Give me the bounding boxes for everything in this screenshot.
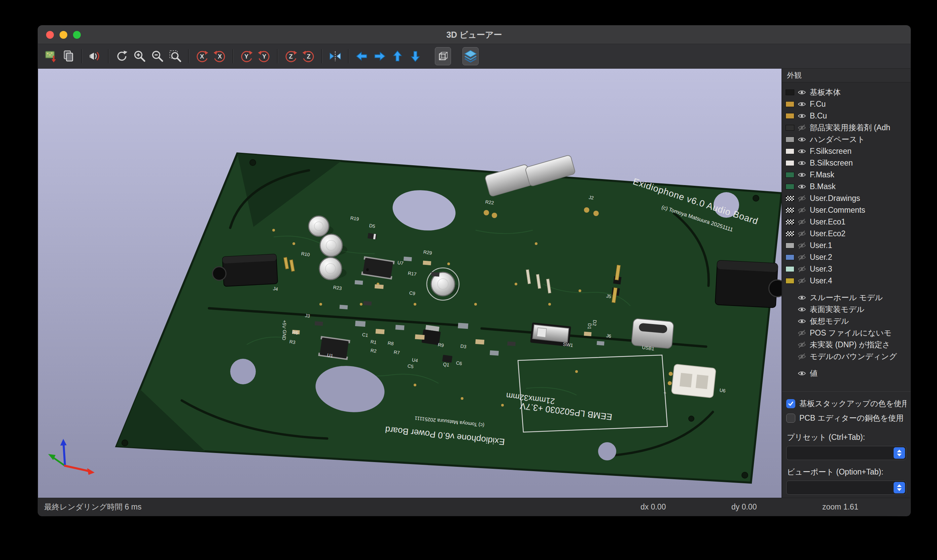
color-swatch[interactable] — [786, 125, 794, 131]
color-swatch[interactable] — [786, 148, 794, 154]
color-swatch[interactable] — [786, 113, 794, 119]
eye-icon[interactable] — [798, 147, 806, 155]
move-left-button[interactable] — [354, 47, 370, 65]
eye-icon[interactable] — [798, 171, 806, 179]
zoom-to-fit-button[interactable] — [167, 47, 183, 65]
color-swatch[interactable] — [786, 219, 794, 225]
minimize-button[interactable] — [60, 31, 67, 39]
eye-slash-icon[interactable] — [798, 218, 806, 226]
eye-icon[interactable] — [798, 100, 806, 108]
move-down-button[interactable] — [407, 47, 423, 65]
eye-slash-icon[interactable] — [798, 194, 806, 203]
eye-slash-icon[interactable] — [798, 229, 806, 238]
rotate-z-counterclockwise-button[interactable] — [300, 47, 317, 65]
move-left-icon — [355, 49, 369, 63]
layer-list: 基板本体F.CuB.Cu部品実装用接着剤 (AdhハンダペーストF.Silksc… — [782, 82, 911, 379]
color-swatch[interactable] — [786, 243, 794, 248]
checkbox-unchecked[interactable] — [786, 414, 795, 423]
orthographic-projection-button[interactable] — [435, 47, 451, 65]
rotate-x-clockwise-button[interactable] — [194, 47, 210, 65]
flip-board-icon — [328, 49, 342, 63]
layer-row: F.Silkscreen — [786, 145, 911, 157]
color-swatch[interactable] — [786, 137, 794, 142]
model-label: モデルのバウンディング — [810, 351, 897, 362]
eye-slash-icon[interactable] — [798, 253, 806, 262]
eye-icon[interactable] — [798, 305, 806, 314]
eye-slash-icon[interactable] — [798, 206, 806, 214]
eye-slash-icon[interactable] — [798, 123, 806, 132]
rotate-y-counterclockwise-button[interactable] — [256, 47, 272, 65]
ref-designator: C1 — [362, 332, 369, 338]
reload-board-icon — [44, 49, 58, 63]
color-swatch[interactable] — [786, 172, 794, 178]
eye-icon[interactable] — [798, 369, 806, 378]
ref-designator: R9 — [437, 342, 444, 348]
eye-slash-icon[interactable] — [798, 241, 806, 250]
appearance-panel-button[interactable] — [462, 47, 479, 65]
color-swatch[interactable] — [786, 231, 794, 237]
layer-row: User.Comments — [786, 204, 911, 216]
rotate-x-counterclockwise-button[interactable] — [212, 47, 228, 65]
color-swatch[interactable] — [786, 184, 794, 189]
eye-slash-icon[interactable] — [798, 265, 806, 273]
model-label: スルーホール モデル — [810, 292, 883, 303]
copy-image-button[interactable] — [61, 47, 77, 65]
ref-designator: U7 — [397, 260, 404, 266]
eye-slash-icon[interactable] — [798, 341, 806, 349]
color-swatch[interactable] — [786, 207, 794, 213]
color-swatch[interactable] — [786, 266, 794, 272]
reload-board-button[interactable] — [43, 47, 59, 65]
eye-icon[interactable] — [798, 182, 806, 191]
redraw-button[interactable] — [114, 47, 130, 65]
viewport-dropdown[interactable] — [786, 481, 906, 495]
eye-slash-icon[interactable] — [798, 352, 806, 361]
eye-icon[interactable] — [798, 112, 806, 120]
color-swatch[interactable] — [786, 89, 794, 95]
layer-row: User.Eco2 — [786, 228, 911, 240]
toolbar-separator — [232, 49, 234, 63]
layer-row: User.Drawings — [786, 192, 911, 204]
color-swatch[interactable] — [786, 101, 794, 107]
render-options-button[interactable] — [87, 47, 103, 65]
flip-board-button[interactable] — [327, 47, 343, 65]
layer-row: B.Mask — [786, 181, 911, 192]
zoom-in-button[interactable] — [132, 47, 148, 65]
audio-jack-right — [715, 260, 782, 308]
color-swatch[interactable] — [786, 254, 794, 260]
ref-designator: U6 — [719, 387, 726, 394]
dx-status: dx 0.00 — [640, 502, 666, 512]
move-up-button[interactable] — [389, 47, 406, 65]
eye-icon[interactable] — [798, 135, 806, 144]
zoom-out-button[interactable] — [149, 47, 166, 65]
layer-label: User.Eco2 — [810, 229, 845, 238]
model-row: POS ファイルにないモ — [786, 327, 911, 339]
ref-designator: R3 — [289, 339, 296, 345]
move-right-button[interactable] — [372, 47, 388, 65]
layer-label: 部品実装用接着剤 (Adh — [810, 123, 890, 133]
color-swatch[interactable] — [786, 278, 794, 284]
color-swatch[interactable] — [786, 160, 794, 166]
color-swatch[interactable] — [786, 195, 794, 201]
3d-viewer-window: 3D ビューアー — [38, 26, 911, 516]
eye-slash-icon[interactable] — [798, 277, 806, 285]
rotate-y-pos-icon — [257, 49, 271, 63]
close-button[interactable] — [46, 31, 54, 39]
usb-c-connector — [631, 318, 674, 349]
eye-icon[interactable] — [798, 88, 806, 97]
checkbox-checked[interactable] — [786, 399, 795, 408]
preset-stepper-icon[interactable] — [894, 447, 905, 459]
zoom-button[interactable] — [73, 31, 81, 39]
eye-icon[interactable] — [798, 159, 806, 167]
rotate-y-clockwise-button[interactable] — [238, 47, 254, 65]
eye-icon[interactable] — [798, 317, 806, 325]
rotate-z-pos-icon — [302, 49, 316, 63]
rotate-z-clockwise-button[interactable] — [283, 47, 299, 65]
appearance-panel-header: 外観 — [782, 69, 911, 82]
preset-dropdown[interactable] — [786, 446, 906, 460]
eye-icon[interactable] — [798, 294, 806, 302]
ref-designator: D5 — [369, 223, 375, 229]
redraw-icon — [115, 49, 129, 63]
viewport-stepper-icon[interactable] — [894, 482, 905, 493]
3d-viewport[interactable]: Exidiophone v6.0 Audio Board (c) Tomoya … — [38, 69, 782, 498]
eye-slash-icon[interactable] — [798, 329, 806, 337]
